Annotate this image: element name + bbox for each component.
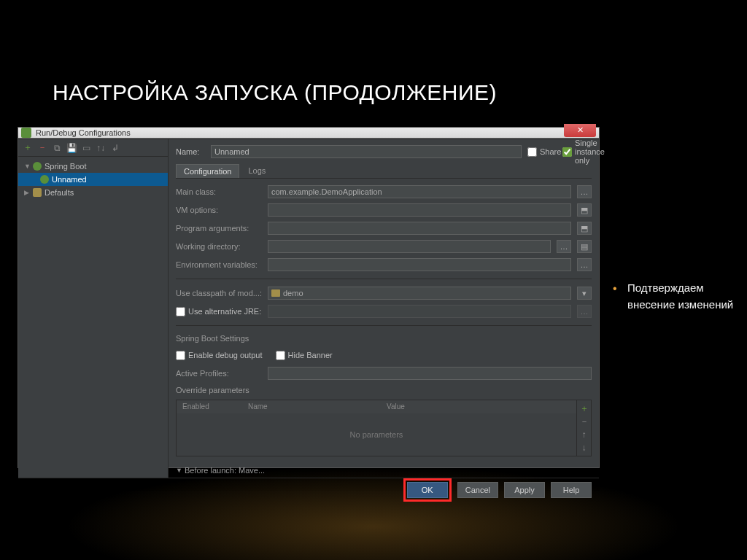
override-params-box: Enabled Name Value No parameters ＋ － ↑ ↓	[176, 400, 592, 456]
dialog-title: Run/Debug Configurations	[36, 128, 564, 137]
override-params-label: Override parameters	[176, 386, 592, 394]
expand-icon[interactable]: ▼	[176, 467, 182, 474]
tree-label: Defaults	[44, 188, 74, 197]
alt-jre-label: Use alternative JRE:	[188, 307, 261, 316]
name-row: Name: Share Single instance only	[176, 144, 592, 160]
alt-jre-checkbox[interactable]: Use alternative JRE:	[176, 307, 262, 316]
move-up-icon[interactable]: ↑↓	[96, 143, 106, 153]
dir-list-button[interactable]: ▤	[577, 240, 592, 253]
expand-icon[interactable]: ▼	[24, 163, 30, 170]
tab-configuration[interactable]: Configuration	[176, 164, 239, 178]
config-form: Main class: … VM options: ⬒ Program argu…	[176, 179, 592, 478]
name-input[interactable]	[211, 145, 522, 158]
copy-config-icon[interactable]: ⧉	[52, 143, 62, 153]
program-args-label: Program arguments:	[176, 224, 262, 233]
collapse-icon[interactable]: ↲	[110, 143, 120, 153]
help-button[interactable]: Help	[551, 482, 592, 498]
slide-bullet: Подтверждаем внесение изменений	[627, 280, 737, 313]
save-config-icon[interactable]: 💾	[66, 143, 77, 153]
col-name: Name	[242, 400, 381, 413]
module-icon	[271, 289, 280, 297]
tree-label: Unnamed	[52, 175, 87, 184]
tabs: Configuration Logs	[176, 164, 592, 179]
enable-debug-checkbox[interactable]: Enable debug output	[176, 351, 263, 360]
ok-highlight-box: OK	[403, 478, 452, 502]
expand-vm-button[interactable]: ⬒	[577, 203, 592, 217]
cancel-button[interactable]: Cancel	[457, 482, 498, 498]
close-button[interactable]: ✕	[564, 124, 596, 137]
classpath-select[interactable]: demo	[268, 287, 571, 300]
config-toolbar: ＋ － ⧉ 💾 ▭ ↑↓ ↲	[18, 139, 168, 157]
dialog-titlebar[interactable]: Run/Debug Configurations ✕	[18, 128, 599, 139]
tree-node-defaults[interactable]: ▶ Defaults	[18, 186, 168, 199]
alt-jre-input	[268, 305, 571, 318]
before-launch-label: Before launch: Mave...	[185, 466, 265, 475]
params-side-toolbar: ＋ － ↑ ↓	[576, 400, 591, 456]
spring-icon	[40, 175, 49, 184]
single-instance-label: Single instance only	[575, 139, 605, 165]
active-profiles-label: Active Profiles:	[176, 369, 262, 378]
move-param-down-icon[interactable]: ↓	[579, 443, 589, 453]
enable-debug-label: Enable debug output	[188, 351, 263, 359]
move-param-up-icon[interactable]: ↑	[579, 429, 589, 440]
right-pane: Name: Share Single instance only Configu…	[169, 139, 599, 478]
share-checkbox[interactable]: Share	[527, 147, 557, 157]
classpath-label: Use classpath of mod...:	[176, 289, 262, 298]
apply-button[interactable]: Apply	[504, 482, 545, 498]
params-header: Enabled Name Value	[177, 400, 576, 413]
classpath-dropdown-button[interactable]: ▾	[577, 287, 592, 300]
hide-banner-checkbox[interactable]: Hide Banner	[276, 351, 333, 360]
program-args-input[interactable]	[268, 222, 571, 235]
working-dir-input[interactable]	[268, 240, 551, 253]
main-class-label: Main class:	[176, 187, 262, 196]
tree-node-spring-boot[interactable]: ▼ Spring Boot	[18, 160, 168, 173]
env-vars-label: Environment variables:	[176, 260, 262, 269]
expand-icon[interactable]: ▶	[24, 189, 30, 196]
hide-banner-label: Hide Banner	[288, 351, 333, 359]
classpath-value: demo	[283, 289, 303, 298]
alt-jre-browse-button: …	[577, 305, 592, 318]
dialog-footer: OK Cancel Apply Help	[18, 478, 599, 502]
single-instance-checkbox[interactable]: Single instance only	[562, 139, 592, 165]
share-label: Share	[540, 147, 561, 156]
tree-label: Spring Boot	[44, 162, 86, 171]
tree-node-unnamed[interactable]: Unnamed	[18, 173, 168, 186]
params-empty-text: No parameters	[177, 413, 576, 456]
env-vars-button[interactable]: …	[577, 258, 592, 271]
spring-icon	[33, 162, 42, 171]
main-class-input[interactable]	[268, 185, 571, 198]
slide-title: НАСТРОЙКА ЗАПУСКА (ПРОДОЛЖЕНИЕ)	[53, 80, 497, 105]
remove-config-icon[interactable]: －	[37, 143, 47, 153]
browse-dir-button[interactable]: …	[557, 240, 571, 253]
vm-options-input[interactable]	[268, 203, 571, 217]
before-launch-section[interactable]: ▼ Before launch: Mave...	[176, 466, 592, 475]
add-config-icon[interactable]: ＋	[23, 143, 33, 153]
vm-options-label: VM options:	[176, 206, 262, 214]
browse-main-class-button[interactable]: …	[577, 185, 592, 198]
working-dir-label: Working directory:	[176, 242, 262, 251]
run-debug-dialog: Run/Debug Configurations ✕ ＋ － ⧉ 💾 ▭ ↑↓ …	[18, 127, 600, 468]
ok-button[interactable]: OK	[407, 482, 448, 498]
active-profiles-input[interactable]	[268, 367, 592, 380]
expand-args-button[interactable]: ⬒	[577, 222, 592, 235]
dialog-body: ＋ － ⧉ 💾 ▭ ↑↓ ↲ ▼ Spring Boot Unnamed	[18, 139, 599, 478]
gear-icon	[33, 188, 42, 197]
add-param-icon[interactable]: ＋	[579, 403, 589, 413]
folder-icon[interactable]: ▭	[81, 143, 91, 153]
remove-param-icon[interactable]: －	[579, 416, 589, 427]
tab-logs[interactable]: Logs	[241, 164, 273, 178]
left-pane: ＋ － ⧉ 💾 ▭ ↑↓ ↲ ▼ Spring Boot Unnamed	[18, 139, 169, 478]
config-tree: ▼ Spring Boot Unnamed ▶ Defaults	[18, 157, 168, 202]
name-label: Name:	[176, 147, 205, 156]
col-value: Value	[381, 400, 576, 413]
env-vars-input[interactable]	[268, 258, 571, 271]
spring-settings-label: Spring Boot Settings	[176, 334, 592, 343]
col-enabled: Enabled	[177, 400, 242, 413]
app-icon	[21, 128, 31, 138]
